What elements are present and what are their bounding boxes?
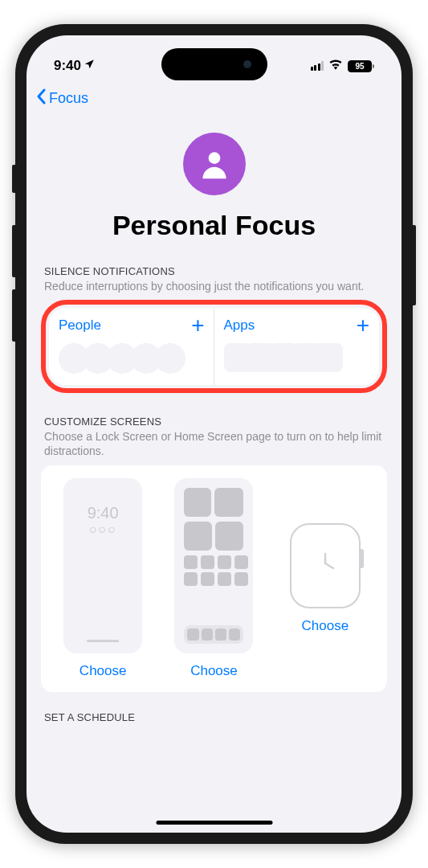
- add-people-icon[interactable]: +: [191, 317, 204, 334]
- lock-screen-preview: 9:40 ○○○: [63, 478, 142, 653]
- wifi-icon: [328, 59, 343, 73]
- screen: 9:40 95: [26, 35, 402, 833]
- schedule-section-header: SET A SCHEDULE: [41, 711, 387, 725]
- add-apps-icon[interactable]: +: [357, 317, 369, 334]
- customize-section-header: CUSTOMIZE SCREENS: [41, 416, 387, 429]
- nav-bar: Focus: [26, 80, 402, 117]
- choose-lock-screen-button[interactable]: Choose: [79, 663, 127, 679]
- home-screen-preview: [174, 478, 253, 653]
- status-time: 9:40: [54, 58, 95, 74]
- location-icon: [84, 58, 95, 74]
- home-indicator[interactable]: [156, 821, 272, 825]
- page-title: Personal Focus: [41, 210, 387, 241]
- signal-icon: [311, 61, 324, 71]
- clock-text: 9:40: [54, 58, 81, 74]
- people-card[interactable]: People +: [49, 308, 214, 385]
- apps-card[interactable]: Apps +: [214, 308, 380, 385]
- apps-placeholders: [224, 343, 370, 372]
- mock-lock-dots: ○○○: [70, 522, 136, 537]
- svg-point-0: [208, 152, 220, 164]
- choose-home-screen-button[interactable]: Choose: [190, 663, 238, 679]
- person-avatar-icon: [183, 133, 246, 195]
- watch-option: Choose: [271, 478, 379, 679]
- screens-card: 9:40 ○○○ Choose: [41, 465, 387, 692]
- watch-hands-icon: [309, 547, 341, 584]
- phone-frame: 9:40 95: [15, 24, 413, 844]
- mock-lock-time: 9:40: [70, 504, 136, 522]
- annotation-highlight-box: People + Apps: [41, 300, 387, 393]
- dynamic-island: [161, 48, 267, 80]
- battery-icon: 95: [348, 60, 374, 72]
- silence-section-header: SILENCE NOTIFICATIONS: [41, 265, 387, 279]
- watch-preview: [290, 523, 361, 608]
- people-card-title: People: [59, 317, 101, 334]
- apps-card-title: Apps: [224, 317, 255, 334]
- chevron-left-icon: [36, 88, 46, 108]
- back-label: Focus: [49, 90, 88, 107]
- home-screen-option: Choose: [160, 478, 267, 679]
- battery-level-text: 95: [355, 62, 364, 71]
- lock-screen-option: 9:40 ○○○ Choose: [49, 478, 157, 679]
- silence-section-subtitle: Reduce interruptions by choosing just th…: [41, 279, 387, 300]
- back-button[interactable]: Focus: [36, 88, 88, 108]
- choose-watch-button[interactable]: Choose: [302, 618, 349, 634]
- customize-section-subtitle: Choose a Lock Screen or Home Screen page…: [41, 429, 387, 465]
- people-placeholders: [59, 343, 205, 374]
